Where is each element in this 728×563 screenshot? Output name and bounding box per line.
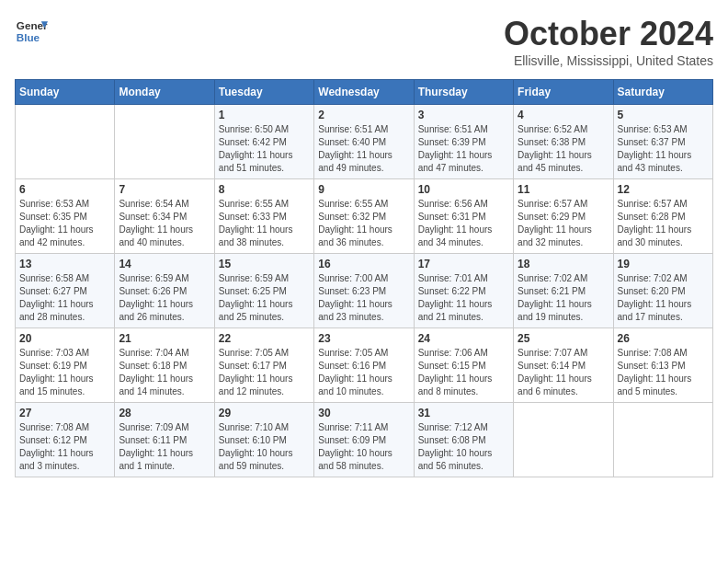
- title-block: October 2024 Ellisville, Mississippi, Un…: [504, 15, 713, 68]
- day-info: Sunrise: 7:08 AMSunset: 6:12 PMDaylight:…: [19, 421, 110, 473]
- day-number: 14: [119, 258, 210, 270]
- day-of-week-header: Tuesday: [214, 80, 313, 105]
- day-info: Sunrise: 7:09 AMSunset: 6:11 PMDaylight:…: [119, 421, 210, 473]
- calendar-cell: [613, 403, 712, 477]
- calendar-table: SundayMondayTuesdayWednesdayThursdayFrid…: [15, 79, 713, 477]
- day-of-week-header: Thursday: [414, 80, 513, 105]
- day-number: 7: [119, 183, 210, 196]
- day-info: Sunrise: 6:55 AMSunset: 6:32 PMDaylight:…: [318, 198, 409, 249]
- day-info: Sunrise: 7:04 AMSunset: 6:18 PMDaylight:…: [119, 347, 210, 398]
- day-info: Sunrise: 7:00 AMSunset: 6:23 PMDaylight:…: [318, 272, 409, 324]
- calendar-cell: 5Sunrise: 6:53 AMSunset: 6:37 PMDaylight…: [613, 105, 712, 179]
- calendar-cell: 1Sunrise: 6:50 AMSunset: 6:42 PMDaylight…: [214, 105, 313, 179]
- day-info: Sunrise: 7:01 AMSunset: 6:22 PMDaylight:…: [418, 272, 509, 324]
- day-number: 4: [518, 109, 609, 121]
- logo: General Blue: [15, 15, 48, 48]
- calendar-cell: 7Sunrise: 6:54 AMSunset: 6:34 PMDaylight…: [115, 179, 214, 254]
- day-info: Sunrise: 7:12 AMSunset: 6:08 PMDaylight:…: [418, 421, 509, 473]
- calendar-cell: 6Sunrise: 6:53 AMSunset: 6:35 PMDaylight…: [16, 179, 115, 254]
- day-info: Sunrise: 7:03 AMSunset: 6:19 PMDaylight:…: [19, 347, 110, 398]
- calendar-cell: 9Sunrise: 6:55 AMSunset: 6:32 PMDaylight…: [314, 179, 414, 254]
- location-subtitle: Ellisville, Mississippi, United States: [504, 53, 713, 68]
- day-number: 29: [219, 407, 310, 419]
- day-number: 26: [618, 332, 709, 345]
- day-number: 24: [418, 332, 509, 345]
- calendar-cell: [16, 105, 115, 179]
- day-number: 18: [518, 258, 609, 270]
- day-number: 10: [418, 183, 509, 196]
- day-info: Sunrise: 6:51 AMSunset: 6:39 PMDaylight:…: [418, 123, 509, 175]
- day-number: 20: [19, 332, 110, 345]
- day-info: Sunrise: 7:02 AMSunset: 6:20 PMDaylight:…: [618, 272, 709, 324]
- calendar-cell: 24Sunrise: 7:06 AMSunset: 6:15 PMDayligh…: [414, 328, 513, 403]
- svg-text:Blue: Blue: [17, 31, 40, 43]
- day-info: Sunrise: 6:59 AMSunset: 6:25 PMDaylight:…: [219, 272, 310, 324]
- calendar-cell: 17Sunrise: 7:01 AMSunset: 6:22 PMDayligh…: [414, 254, 513, 328]
- day-number: 16: [318, 258, 409, 270]
- day-info: Sunrise: 6:59 AMSunset: 6:26 PMDaylight:…: [119, 272, 210, 324]
- calendar-cell: 2Sunrise: 6:51 AMSunset: 6:40 PMDaylight…: [314, 105, 414, 179]
- calendar-cell: 23Sunrise: 7:05 AMSunset: 6:16 PMDayligh…: [314, 328, 414, 403]
- day-info: Sunrise: 7:06 AMSunset: 6:15 PMDaylight:…: [418, 347, 509, 398]
- calendar-cell: 4Sunrise: 6:52 AMSunset: 6:38 PMDaylight…: [514, 105, 613, 179]
- calendar-cell: 10Sunrise: 6:56 AMSunset: 6:31 PMDayligh…: [414, 179, 513, 254]
- day-number: 17: [418, 258, 509, 270]
- day-number: 6: [19, 183, 110, 196]
- calendar-cell: 14Sunrise: 6:59 AMSunset: 6:26 PMDayligh…: [115, 254, 214, 328]
- calendar-cell: 31Sunrise: 7:12 AMSunset: 6:08 PMDayligh…: [414, 403, 513, 477]
- calendar-cell: 12Sunrise: 6:57 AMSunset: 6:28 PMDayligh…: [613, 179, 712, 254]
- calendar-cell: 29Sunrise: 7:10 AMSunset: 6:10 PMDayligh…: [214, 403, 313, 477]
- calendar-cell: 22Sunrise: 7:05 AMSunset: 6:17 PMDayligh…: [214, 328, 313, 403]
- calendar-cell: 28Sunrise: 7:09 AMSunset: 6:11 PMDayligh…: [115, 403, 214, 477]
- calendar-cell: 19Sunrise: 7:02 AMSunset: 6:20 PMDayligh…: [613, 254, 712, 328]
- day-info: Sunrise: 7:08 AMSunset: 6:13 PMDaylight:…: [618, 347, 709, 398]
- day-number: 15: [219, 258, 310, 270]
- calendar-cell: 16Sunrise: 7:00 AMSunset: 6:23 PMDayligh…: [314, 254, 414, 328]
- calendar-cell: 30Sunrise: 7:11 AMSunset: 6:09 PMDayligh…: [314, 403, 414, 477]
- day-info: Sunrise: 6:50 AMSunset: 6:42 PMDaylight:…: [219, 123, 310, 175]
- day-number: 25: [518, 332, 609, 345]
- day-info: Sunrise: 6:53 AMSunset: 6:35 PMDaylight:…: [19, 198, 110, 249]
- day-number: 31: [418, 407, 509, 419]
- day-info: Sunrise: 6:52 AMSunset: 6:38 PMDaylight:…: [518, 123, 609, 175]
- day-of-week-header: Friday: [514, 80, 613, 105]
- day-info: Sunrise: 6:57 AMSunset: 6:29 PMDaylight:…: [518, 198, 609, 249]
- day-number: 27: [19, 407, 110, 419]
- day-number: 2: [318, 109, 409, 121]
- calendar-cell: [115, 105, 214, 179]
- day-info: Sunrise: 6:55 AMSunset: 6:33 PMDaylight:…: [219, 198, 310, 249]
- day-number: 9: [318, 183, 409, 196]
- day-of-week-header: Saturday: [613, 80, 712, 105]
- calendar-cell: 15Sunrise: 6:59 AMSunset: 6:25 PMDayligh…: [214, 254, 313, 328]
- calendar-cell: 27Sunrise: 7:08 AMSunset: 6:12 PMDayligh…: [16, 403, 115, 477]
- calendar-cell: 20Sunrise: 7:03 AMSunset: 6:19 PMDayligh…: [16, 328, 115, 403]
- day-number: 30: [318, 407, 409, 419]
- calendar-cell: 26Sunrise: 7:08 AMSunset: 6:13 PMDayligh…: [613, 328, 712, 403]
- calendar-cell: 13Sunrise: 6:58 AMSunset: 6:27 PMDayligh…: [16, 254, 115, 328]
- day-number: 21: [119, 332, 210, 345]
- day-info: Sunrise: 6:53 AMSunset: 6:37 PMDaylight:…: [618, 123, 709, 175]
- calendar-cell: 21Sunrise: 7:04 AMSunset: 6:18 PMDayligh…: [115, 328, 214, 403]
- day-number: 5: [618, 109, 709, 121]
- day-info: Sunrise: 6:56 AMSunset: 6:31 PMDaylight:…: [418, 198, 509, 249]
- day-number: 19: [618, 258, 709, 270]
- calendar-cell: 18Sunrise: 7:02 AMSunset: 6:21 PMDayligh…: [514, 254, 613, 328]
- calendar-cell: 3Sunrise: 6:51 AMSunset: 6:39 PMDaylight…: [414, 105, 513, 179]
- calendar-cell: [514, 403, 613, 477]
- day-info: Sunrise: 7:10 AMSunset: 6:10 PMDaylight:…: [219, 421, 310, 473]
- day-number: 22: [219, 332, 310, 345]
- day-info: Sunrise: 6:54 AMSunset: 6:34 PMDaylight:…: [119, 198, 210, 249]
- month-title: October 2024: [504, 15, 713, 53]
- day-info: Sunrise: 7:05 AMSunset: 6:16 PMDaylight:…: [318, 347, 409, 398]
- day-number: 11: [518, 183, 609, 196]
- day-of-week-header: Wednesday: [314, 80, 414, 105]
- day-of-week-header: Sunday: [16, 80, 115, 105]
- day-info: Sunrise: 6:58 AMSunset: 6:27 PMDaylight:…: [19, 272, 110, 324]
- day-info: Sunrise: 6:57 AMSunset: 6:28 PMDaylight:…: [618, 198, 709, 249]
- svg-text:General: General: [17, 19, 48, 31]
- day-info: Sunrise: 7:07 AMSunset: 6:14 PMDaylight:…: [518, 347, 609, 398]
- calendar-cell: 25Sunrise: 7:07 AMSunset: 6:14 PMDayligh…: [514, 328, 613, 403]
- day-number: 3: [418, 109, 509, 121]
- day-number: 28: [119, 407, 210, 419]
- day-number: 13: [19, 258, 110, 270]
